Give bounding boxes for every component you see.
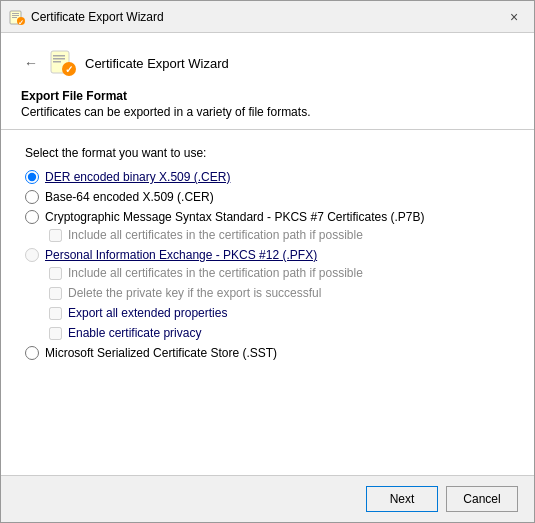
back-button[interactable]: ←: [21, 53, 41, 73]
radio-pkcs7[interactable]: [25, 210, 39, 224]
label-pfx[interactable]: Personal Information Exchange - PKCS #12…: [45, 248, 317, 262]
format-base64: Base-64 encoded X.509 (.CER): [25, 190, 510, 204]
radio-base64[interactable]: [25, 190, 39, 204]
format-der: DER encoded binary X.509 (.CER): [25, 170, 510, 184]
pfx-delete-option: Delete the private key if the export is …: [49, 286, 510, 300]
radio-pfx[interactable]: [25, 248, 39, 262]
select-label: Select the format you want to use:: [25, 146, 510, 160]
wizard-nav: ← ✓ Certificate Export Wizard: [21, 49, 514, 77]
svg-text:✓: ✓: [65, 64, 73, 75]
next-button[interactable]: Next: [366, 486, 438, 512]
svg-rect-1: [12, 13, 19, 14]
label-base64[interactable]: Base-64 encoded X.509 (.CER): [45, 190, 214, 204]
window-title: Certificate Export Wizard: [31, 10, 164, 24]
checkbox-pfx-ext[interactable]: [49, 307, 62, 320]
pfx-certs-option: Include all certificates in the certific…: [49, 266, 510, 280]
format-pkcs7: Cryptographic Message Syntax Standard - …: [25, 210, 510, 224]
main-content: Select the format you want to use: DER e…: [1, 130, 534, 475]
label-pfx-ext: Export all extended properties: [68, 306, 227, 320]
pfx-privacy-option: Enable certificate privacy: [49, 326, 510, 340]
pfx-ext-option: Export all extended properties: [49, 306, 510, 320]
section-desc: Certificates can be exported in a variet…: [21, 105, 514, 119]
svg-rect-7: [53, 55, 65, 57]
window: ✓ Certificate Export Wizard × ← ✓ Cert: [0, 0, 535, 523]
label-pfx-certs: Include all certificates in the certific…: [68, 266, 363, 280]
cancel-button[interactable]: Cancel: [446, 486, 518, 512]
label-pfx-delete: Delete the private key if the export is …: [68, 286, 321, 300]
checkbox-pfx-certs[interactable]: [49, 267, 62, 280]
format-radio-group: DER encoded binary X.509 (.CER) Base-64 …: [25, 170, 510, 360]
checkbox-pfx-delete[interactable]: [49, 287, 62, 300]
wizard-title: Certificate Export Wizard: [85, 56, 229, 71]
format-sst: Microsoft Serialized Certificate Store (…: [25, 346, 510, 360]
radio-der[interactable]: [25, 170, 39, 184]
pfx-options: Include all certificates in the certific…: [49, 266, 510, 340]
label-pkcs7[interactable]: Cryptographic Message Syntax Standard - …: [45, 210, 425, 224]
svg-rect-3: [12, 17, 17, 18]
footer: Next Cancel: [1, 475, 534, 522]
wizard-header: ← ✓ Certificate Export Wizard Export Fil…: [1, 33, 534, 130]
format-pfx-group: Personal Information Exchange - PKCS #12…: [25, 248, 510, 340]
label-sst[interactable]: Microsoft Serialized Certificate Store (…: [45, 346, 277, 360]
wizard-icon: ✓: [9, 9, 25, 25]
label-der[interactable]: DER encoded binary X.509 (.CER): [45, 170, 230, 184]
format-pkcs7-group: Cryptographic Message Syntax Standard - …: [25, 210, 510, 242]
cert-icon: ✓: [49, 49, 77, 77]
checkbox-pkcs7-certs[interactable]: [49, 229, 62, 242]
close-button[interactable]: ×: [502, 5, 526, 29]
svg-rect-9: [53, 61, 61, 63]
pkcs7-cert-option: Include all certificates in the certific…: [49, 228, 510, 242]
svg-rect-8: [53, 58, 65, 60]
svg-rect-2: [12, 15, 19, 16]
format-pfx: Personal Information Exchange - PKCS #12…: [25, 248, 510, 262]
title-bar-left: ✓ Certificate Export Wizard: [9, 9, 164, 25]
title-bar: ✓ Certificate Export Wizard ×: [1, 1, 534, 33]
checkbox-pfx-privacy[interactable]: [49, 327, 62, 340]
svg-text:✓: ✓: [18, 18, 24, 25]
section-title: Export File Format: [21, 89, 514, 103]
label-pkcs7-certs: Include all certificates in the certific…: [68, 228, 363, 242]
radio-sst[interactable]: [25, 346, 39, 360]
label-pfx-privacy: Enable certificate privacy: [68, 326, 201, 340]
pkcs7-options: Include all certificates in the certific…: [49, 228, 510, 242]
